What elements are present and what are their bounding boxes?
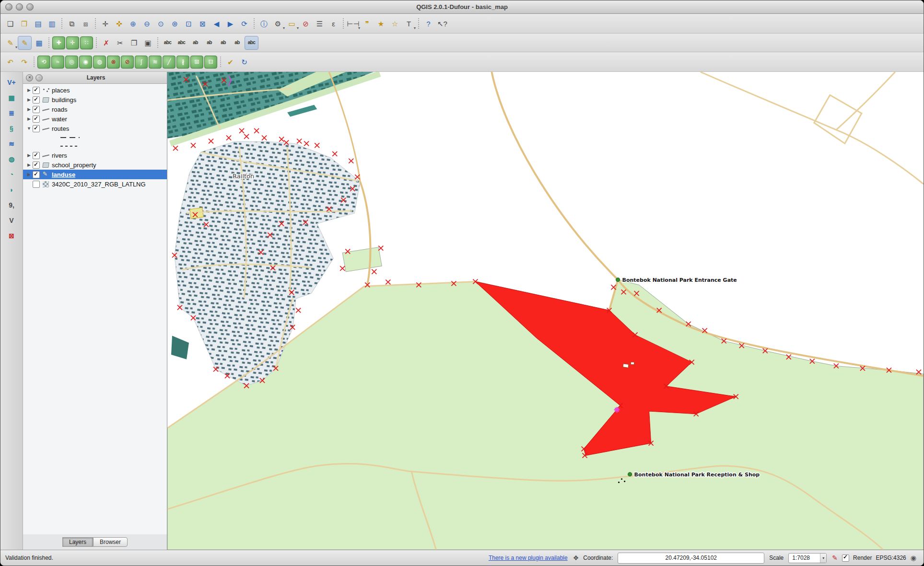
reshape-features-icon[interactable]: ʃ [135,56,148,69]
remove-layer-icon[interactable]: ⊠ [4,229,19,243]
pan-to-selection-icon[interactable]: ✜ [113,17,126,30]
map-svg[interactable]: Bontebok National Park Entrance Gate Bon… [167,72,924,550]
rotate-label-icon[interactable]: ab [231,36,244,49]
expander-icon[interactable]: ▶ [26,172,32,177]
layer-row-routes[interactable]: ▼ routes [23,124,167,133]
delete-part-icon[interactable]: ⊘ [121,56,134,69]
zoom-to-selection-icon[interactable]: ⊠ [196,17,209,30]
current-edits-icon[interactable]: ✎ [4,36,17,49]
layer-row-school-property[interactable]: ▶ school_property [23,160,167,170]
zoom-last-icon[interactable]: ◀ [210,17,223,30]
routes-symbol-1[interactable] [23,133,167,142]
zoom-in-icon[interactable]: ⊕ [127,17,140,30]
expander-icon[interactable]: ▶ [26,153,32,158]
toolbar-handle[interactable] [61,18,62,29]
add-wcs-layer-icon[interactable]: ◔ [4,168,19,181]
layer-checkbox[interactable] [33,96,40,104]
toolbar-handle[interactable] [95,18,96,29]
change-label-icon[interactable]: abc [175,36,188,49]
measure-icon[interactable]: ⊢⊣ [347,17,360,30]
offset-curve-icon[interactable]: ≋ [149,56,162,69]
toolbar-handle[interactable] [96,37,97,48]
render-checkbox[interactable] [842,554,849,562]
rotate-point-symbols-icon[interactable]: ↻ [238,56,251,69]
toolbar-handle[interactable] [343,18,344,29]
rotate-feature-icon[interactable]: ⟲ [37,56,50,69]
layer-checkbox[interactable] [33,152,40,159]
map-canvas[interactable]: Bontebok National Park Entrance Gate Bon… [167,72,924,550]
log-messages-icon[interactable]: ✎ [832,554,838,561]
add-wfs-layer-icon[interactable]: ◗ [4,183,19,196]
toolbar-handle[interactable] [254,18,255,29]
pan-map-icon[interactable]: ✛ [99,17,112,30]
toolbar-handle[interactable] [418,18,419,29]
add-postgis-layer-icon[interactable]: ≣ [4,106,19,120]
deselect-features-icon[interactable]: ⊘ [299,17,312,30]
layer-checkbox[interactable] [33,162,40,169]
tab-browser[interactable]: Browser [93,537,128,547]
show-hidden-labels-icon[interactable]: ab [203,36,216,49]
close-window-button[interactable] [5,3,12,11]
add-spatialite-layer-icon[interactable]: § [4,122,19,135]
plugin-icon[interactable]: ❖ [573,554,579,561]
zoom-full-icon[interactable]: ⊛ [168,17,181,30]
labeling-icon[interactable]: abc [161,36,174,49]
move-feature-icon[interactable]: ✛ [66,36,79,49]
panel-float-icon[interactable]: ◦ [35,74,43,81]
paste-features-icon[interactable]: ▣ [141,36,154,49]
merge-attributes-icon[interactable]: ⊟ [204,56,217,69]
add-part-icon[interactable]: ◉ [79,56,92,69]
layer-checkbox[interactable] [33,125,40,132]
plugin-link[interactable]: There is a new plugin available [489,554,568,561]
node-tool-icon[interactable]: ∷ [80,36,93,49]
add-mssql-layer-icon[interactable]: ≋ [4,137,19,150]
composer-manager-icon[interactable]: ⧈ [79,17,92,30]
expander-icon[interactable]: ▶ [26,116,32,121]
new-shapefile-layer-icon[interactable]: V [4,214,19,227]
add-wms-layer-icon[interactable]: ◍ [4,152,19,166]
layer-row-places[interactable]: ▶ places [23,85,167,95]
layer-checkbox[interactable] [33,181,40,188]
coordinate-input[interactable] [618,553,764,564]
undo-icon[interactable]: ↶ [4,56,17,69]
whats-this-icon[interactable]: ↖? [436,17,449,30]
layer-checkbox[interactable] [33,87,40,94]
text-annotation-icon[interactable]: T [402,17,415,30]
layer-checkbox[interactable] [33,116,40,123]
layer-row-water[interactable]: ▶ water [23,114,167,124]
copy-features-icon[interactable]: ❐ [128,36,140,49]
zoom-actual-icon[interactable]: ⊙ [154,17,167,30]
entrance-gate-marker[interactable] [616,278,620,282]
check-validity-icon[interactable]: ✔ [224,56,237,69]
simplify-feature-icon[interactable]: ≈ [51,56,64,69]
toolbar-handle[interactable] [34,57,35,67]
save-project-as-icon[interactable]: ▥ [46,17,58,30]
run-feature-action-icon[interactable]: ⚙ [271,17,284,30]
show-bookmarks-icon[interactable]: ☆ [388,17,401,30]
add-feature-icon[interactable]: ✚ [52,36,65,49]
expander-icon[interactable]: ▶ [26,162,32,167]
new-project-icon[interactable]: ❏ [4,17,17,30]
split-parts-icon[interactable]: ∦ [176,56,189,69]
help-contents-icon[interactable]: ? [422,17,435,30]
expander-icon[interactable]: ▶ [26,97,32,102]
map-tips-icon[interactable]: ❞ [361,17,374,30]
toolbar-handle[interactable] [48,37,49,48]
layer-row-buildings[interactable]: ▶ buildings [23,95,167,104]
split-features-icon[interactable]: ╱ [163,56,175,69]
zoom-to-layer-icon[interactable]: ⊡ [182,17,195,30]
add-raster-layer-icon[interactable]: ▦ [4,91,19,104]
zoom-window-button[interactable] [26,3,34,11]
scale-combobox[interactable]: 1:7028 ▾ [788,553,827,563]
expander-icon[interactable]: ▶ [26,88,32,92]
layer-checkbox[interactable] [33,106,40,113]
crs-status-icon[interactable]: ◉ [911,554,916,561]
open-attribute-table-icon[interactable]: ☰ [313,17,326,30]
save-project-icon[interactable]: ▤ [32,17,45,30]
pin-labels-icon[interactable]: ab [189,36,202,49]
toolbar-handle[interactable] [157,37,158,48]
move-label-icon[interactable]: ab [217,36,230,49]
zoom-out-icon[interactable]: ⊖ [140,17,153,30]
chevron-down-icon[interactable]: ▾ [820,554,826,563]
add-delimited-text-icon[interactable]: 9, [4,198,19,212]
